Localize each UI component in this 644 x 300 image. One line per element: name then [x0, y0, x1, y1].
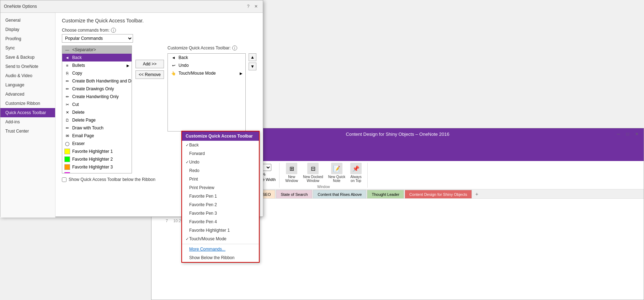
back-icon: ◄ — [64, 55, 70, 60]
new-docked-window-btn[interactable]: ⊟ New DockedWindow — [301, 161, 325, 184]
new-quick-note-label: New QuickNote — [328, 175, 345, 183]
sidebar-item-send[interactable]: Send to OneNote — [0, 62, 55, 71]
choose-commands-label: Choose commands from: i — [62, 28, 256, 33]
dialog-close-btn[interactable]: ✕ — [253, 3, 259, 10]
commands-dropdown[interactable]: Popular Commands — [62, 34, 133, 43]
sidebar-item-display[interactable]: Display — [0, 25, 55, 34]
tab-content-design[interactable]: Content Design for Shiny Objects — [405, 190, 472, 198]
always-on-top-btn[interactable]: 📌 Alwayson Top — [348, 161, 364, 184]
sidebar-item-ribbon[interactable]: Customize Ribbon — [0, 99, 55, 108]
add-button[interactable]: Add >> — [135, 60, 164, 68]
dropdown-item-forward[interactable]: Forward — [182, 149, 259, 158]
separator-icon: — — [64, 47, 70, 53]
toolbar-item-undo[interactable]: ↩ Undo — [168, 61, 245, 69]
window-group-label: Window — [317, 185, 330, 189]
customize-qat-label: Customize Quick Access Toolbar: i — [167, 45, 256, 50]
new-docked-window-icon: ⊟ — [307, 163, 319, 174]
create-handwriting-icon: ✏ — [64, 94, 70, 100]
move-down-btn[interactable]: ▼ — [249, 63, 256, 70]
sidebar-item-proofing[interactable]: Proofing — [0, 34, 55, 43]
dropdown-item-undo[interactable]: Undo — [182, 158, 259, 166]
create-drawings-icon: ✏ — [64, 86, 70, 92]
ribbon-group-window: ⊞ NewWindow ⊟ New DockedWindow 📝 New Qui… — [280, 163, 368, 188]
cut-icon: ✂ — [64, 102, 70, 107]
tab-rises[interactable]: Content that Rises Above — [313, 190, 366, 198]
tab-thought[interactable]: Thought Leader — [367, 190, 404, 198]
new-docked-window-label: New DockedWindow — [303, 175, 323, 183]
new-window-icon: ⊞ — [286, 163, 297, 174]
dropdown-divider — [182, 244, 259, 244]
new-quick-note-icon: 📝 — [331, 163, 342, 174]
eraser-icon: ◯ — [64, 141, 70, 146]
list-item-bullets[interactable]: ≡ Bullets ▶ — [62, 61, 132, 69]
dropdown-item-print-preview[interactable]: Print Preview — [182, 183, 259, 192]
list-item-delete-page[interactable]: 🗋 Delete Page — [62, 116, 132, 124]
sidebar-item-save[interactable]: Save & Backup — [0, 53, 55, 62]
toolbar-items-column: Customize Quick Access Toolbar: i ◄ Back… — [167, 45, 256, 132]
list-item-create-drawings[interactable]: ✏ Create Drawings Only — [62, 85, 132, 93]
dropdown-item-touch-mouse[interactable]: Touch/Mouse Mode — [182, 235, 259, 243]
dropdown-item-fav-highlighter-1[interactable]: Favorite Highlighter 1 — [182, 226, 259, 235]
move-up-btn[interactable]: ▲ — [249, 53, 256, 61]
show-below-ribbon-checkbox[interactable] — [62, 177, 66, 182]
list-item-fav-hl-3[interactable]: ▬ Favorite Highlighter 3 — [62, 163, 132, 171]
always-on-top-label: Alwayson Top — [350, 175, 362, 183]
list-item-create-both[interactable]: ✏ Create Both Handwriting and Dr... — [62, 77, 132, 85]
list-item-separator[interactable]: — <Separator> — [62, 46, 132, 54]
create-both-icon: ✏ — [64, 78, 70, 84]
new-window-btn[interactable]: ⊞ NewWindow — [283, 161, 300, 184]
tab-state[interactable]: State of Search — [276, 190, 312, 198]
dialog-title-controls: ? ✕ — [245, 3, 259, 10]
minimize-btn[interactable]: ─ — [615, 131, 622, 137]
draw-touch-icon: ✏ — [64, 125, 70, 131]
bullets-icon: ≡ — [64, 63, 70, 68]
list-item-copy[interactable]: ⎘ Copy — [62, 69, 132, 77]
sidebar-item-trust[interactable]: Trust Center — [0, 127, 55, 136]
remove-button[interactable]: << Remove — [135, 70, 164, 79]
dropdown-item-fav-pen-2[interactable]: Favorite Pen 2 — [182, 200, 259, 209]
list-item-cut[interactable]: ✂ Cut — [62, 101, 132, 108]
choose-info-icon[interactable]: i — [111, 28, 116, 33]
fav-hl-1-icon: ▬ — [64, 149, 70, 154]
list-item-fav-hl-1[interactable]: ▬ Favorite Highlighter 1 — [62, 148, 132, 155]
dropdown-item-redo[interactable]: Redo — [182, 166, 259, 175]
list-item-email-page[interactable]: ✉ Email Page — [62, 132, 132, 140]
sidebar-item-sync[interactable]: Sync — [0, 43, 55, 53]
toolbar-item-touch[interactable]: 👆 Touch/Mouse Mode ▶ — [168, 69, 245, 77]
toolbar-item-back[interactable]: ◄ Back — [168, 54, 245, 61]
toolbar-list-box[interactable]: ◄ Back ↩ Undo 👆 Touch/Mouse Mode ▶ — [167, 53, 246, 132]
add-page-tab-btn[interactable]: + — [473, 190, 481, 198]
commands-list-box[interactable]: — <Separator> ◄ Back ≡ Bullets ▶ ⎘ Cop — [62, 45, 132, 173]
close-btn[interactable]: ✕ — [634, 131, 640, 137]
new-quick-note-btn[interactable]: 📝 New QuickNote — [326, 161, 347, 184]
dialog-heading: Customize the Quick Access Toolbar. — [62, 18, 256, 23]
customize-qat-dropdown: Customize Quick Access Toolbar Back Forw… — [181, 131, 260, 263]
list-item-fav-hl-4[interactable]: ▬ Favorite Highlighter 4 — [62, 171, 132, 173]
list-item-draw-touch[interactable]: ✏ Draw with Touch — [62, 124, 132, 132]
list-item-delete[interactable]: ✕ Delete — [62, 108, 132, 116]
add-remove-buttons: Add >> << Remove — [135, 45, 164, 79]
sidebar-item-audio[interactable]: Audio & Video — [0, 71, 55, 80]
list-item-create-handwriting[interactable]: ✏ Create Handwriting Only — [62, 93, 132, 101]
sidebar-item-language[interactable]: Language — [0, 80, 55, 90]
dropdown-item-fav-pen-1[interactable]: Favorite Pen 1 — [182, 192, 259, 200]
list-item-fav-hl-2[interactable]: ▬ Favorite Highlighter 2 — [62, 155, 132, 163]
dropdown-item-back[interactable]: Back — [182, 141, 259, 149]
list-item-back[interactable]: ◄ Back — [62, 54, 132, 61]
dropdown-item-fav-pen-3[interactable]: Favorite Pen 3 — [182, 209, 259, 218]
dropdown-item-print[interactable]: Print — [182, 175, 259, 183]
list-item-eraser[interactable]: ◯ Eraser — [62, 140, 132, 148]
sidebar-item-advanced[interactable]: Advanced — [0, 90, 55, 99]
dropdown-show-below[interactable]: Show Below the Ribbon — [182, 253, 259, 262]
tb-back-icon: ◄ — [171, 55, 176, 60]
sidebar-item-addins[interactable]: Add-ins — [0, 117, 55, 127]
fav-hl-2-icon: ▬ — [64, 156, 70, 162]
sidebar-item-general[interactable]: General — [0, 16, 55, 25]
maximize-btn[interactable]: □ — [624, 131, 631, 137]
tb-undo-icon: ↩ — [171, 63, 176, 68]
dropdown-more-commands[interactable]: More Commands... — [182, 245, 259, 253]
customize-info-icon[interactable]: i — [232, 45, 237, 50]
dropdown-item-fav-pen-4[interactable]: Favorite Pen 4 — [182, 218, 259, 226]
dialog-help-btn[interactable]: ? — [245, 3, 251, 10]
sidebar-item-qat[interactable]: Quick Access Toolbar — [0, 108, 55, 117]
